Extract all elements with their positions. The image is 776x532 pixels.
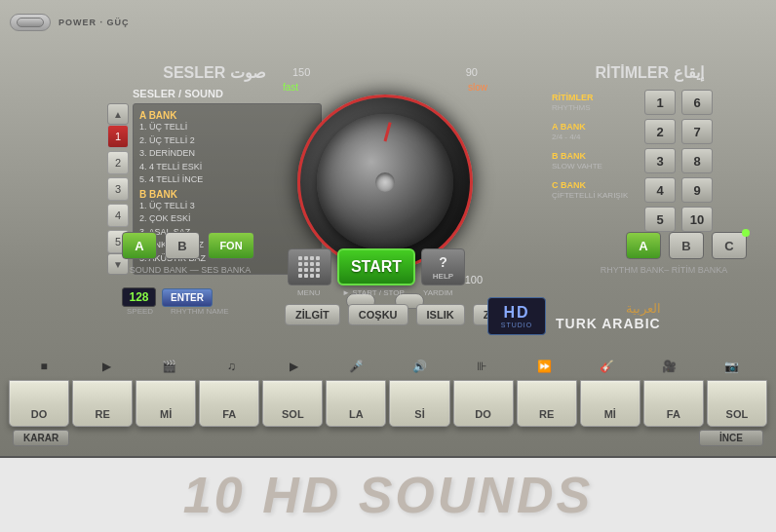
power-label: POWER · GÜÇ <box>58 18 130 27</box>
bank-a-button[interactable]: A <box>122 232 157 259</box>
stop-icon[interactable]: ■ <box>40 360 47 373</box>
key-re-2[interactable]: RE <box>517 380 577 427</box>
num-btn-2[interactable]: 2 <box>107 151 129 174</box>
rhythm-bank-row: A B C <box>626 232 747 259</box>
icon-slot-music: ♫ <box>201 357 263 376</box>
ritimler-section: RİTİMLER إيقاع RİTİMLER RHYTHMS A BANK 2… <box>552 63 747 232</box>
ritimler-row-2: 2 7 <box>644 119 713 144</box>
bank-b-button[interactable]: B <box>165 232 200 259</box>
ritimler-row-5: 5 10 <box>644 207 713 232</box>
key-la-1[interactable]: LA <box>326 380 386 427</box>
mic-icon[interactable]: 🎤 <box>349 360 364 373</box>
guitar-icon[interactable]: 🎸 <box>600 360 614 373</box>
play2-icon[interactable]: ▶ <box>290 360 298 373</box>
rhythm-name-label: RHYTHM NAME <box>171 307 229 316</box>
ritimler-empty <box>552 207 635 232</box>
main-knob[interactable] <box>297 95 473 270</box>
key-sol-1[interactable]: SOL <box>262 380 323 427</box>
hd-text: HD <box>503 304 529 322</box>
camera-icon[interactable]: 📷 <box>724 360 739 373</box>
help-button[interactable]: ? HELP <box>421 248 465 285</box>
icon-slot-video: 🎥 <box>639 357 701 376</box>
ritimler-a-bank: A BANK 2/4 - 4/4 <box>552 119 635 144</box>
icon-slot-guitar: 🎸 <box>576 357 639 376</box>
hd-badge: HD STUDIO <box>487 297 546 335</box>
key-re-1[interactable]: RE <box>72 380 133 427</box>
bottom-title: 10 HD SOUNDS <box>183 466 593 524</box>
num-btn-1[interactable]: 1 <box>107 125 129 148</box>
zilgit-btn[interactable]: ZİLGİT <box>285 304 340 325</box>
icon-slot-play2: ▶ <box>263 357 326 376</box>
rhythm-bank-c-button[interactable]: C <box>712 232 747 259</box>
ritimler-btn-7[interactable]: 7 <box>681 119 713 144</box>
num-btn-3[interactable]: 3 <box>107 177 129 201</box>
ritimler-btn-4[interactable]: 4 <box>644 177 676 203</box>
instrument-panel: POWER · GÜÇ SESLER صوت SESLER / SOUND ▲ … <box>0 0 776 458</box>
eq-icon[interactable]: ⊪ <box>477 360 486 373</box>
menu-grid-icon <box>298 256 321 279</box>
speed-area: 128 ENTER <box>122 287 213 307</box>
ritimler-rhythms: RİTİMLER RHYTHMS <box>552 90 635 115</box>
sound-bank-label: SOUND BANK — SES BANKA <box>122 265 258 275</box>
key-mi-2[interactable]: Mİ <box>580 380 640 427</box>
rhythm-bank-b-button[interactable]: B <box>669 232 704 259</box>
start-button[interactable]: START <box>337 248 415 285</box>
ritimler-btn-1[interactable]: 1 <box>644 90 676 115</box>
ritimler-btn-5[interactable]: 5 <box>644 207 676 232</box>
sound-bank-row: A B FON <box>122 232 254 259</box>
power-button[interactable] <box>10 14 51 31</box>
key-do-1[interactable]: DO <box>9 380 69 427</box>
key-mi-1[interactable]: Mİ <box>136 380 196 427</box>
slow-label: slow <box>468 82 487 93</box>
music-icon[interactable]: ♫ <box>227 360 236 373</box>
arabic-text: العربية <box>626 301 661 316</box>
ritimler-btn-10[interactable]: 10 <box>681 207 713 232</box>
video-icon[interactable]: 🎥 <box>662 360 677 373</box>
forward-icon[interactable]: ⏩ <box>537 360 552 373</box>
key-sol-2[interactable]: SOL <box>707 380 767 427</box>
start-stop-label: ► START / STOP <box>335 288 410 297</box>
play-icon[interactable]: ▶ <box>102 360 111 373</box>
help-icon: ? <box>439 254 447 270</box>
speaker-icon[interactable]: 🔊 <box>412 360 427 373</box>
ritimler-labels: RİTİMLER RHYTHMS A BANK 2/4 - 4/4 B BANK <box>552 90 635 232</box>
btn-labels-row: MENU ► START / STOP YARDIM <box>288 288 459 297</box>
key-do-2[interactable]: DO <box>453 380 514 427</box>
help-label: HELP <box>433 272 453 281</box>
piano-area: ■ ▶ 🎬 ♫ ▶ 🎤 🔊 <box>5 357 771 446</box>
ritimler-btn-2[interactable]: 2 <box>644 119 676 144</box>
enter-button[interactable]: ENTER <box>162 288 213 307</box>
key-fa-1[interactable]: FA <box>199 380 259 427</box>
icon-slot-film: 🎬 <box>137 357 200 376</box>
piano-icons-row: ■ ▶ 🎬 ♫ ▶ 🎤 🔊 <box>5 357 771 376</box>
bank-fon-button[interactable]: FON <box>208 232 254 259</box>
icon-slot-mic: 🎤 <box>326 357 388 376</box>
icon-slot-stop: ■ <box>13 357 75 376</box>
knob-center-dot <box>375 172 395 192</box>
ince-label: İNCE <box>699 430 763 446</box>
piano-keys-row: DO RE Mİ FA SOL LA Sİ DO RE Mİ FA SOL <box>5 380 771 427</box>
ritimler-numbers: 1 6 2 7 3 8 4 9 <box>644 90 713 232</box>
speed-display: 128 <box>122 287 156 307</box>
icon-slot-forward: ⏩ <box>513 357 575 376</box>
turk-arabic-label: TURK ARABIC <box>556 316 661 331</box>
key-si-1[interactable]: Sİ <box>389 380 449 427</box>
ritimler-title: RİTİMLER إيقاع <box>552 63 747 82</box>
islik-btn[interactable]: ISLIK <box>416 304 465 325</box>
ritimler-btn-9[interactable]: 9 <box>681 177 713 203</box>
scroll-up-btn[interactable]: ▲ <box>107 103 129 125</box>
ritimler-c-bank: C BANK ÇİFTETELLİ KARIŞIK <box>552 177 635 203</box>
knob-label-90: 90 <box>466 66 478 78</box>
ritimler-btn-3[interactable]: 3 <box>644 148 676 173</box>
ritimler-btn-8[interactable]: 8 <box>681 148 713 173</box>
film-icon[interactable]: 🎬 <box>162 360 176 373</box>
key-fa-2[interactable]: FA <box>643 380 704 427</box>
knob-inner <box>317 114 453 250</box>
rhythm-bank-a-button[interactable]: A <box>626 232 661 259</box>
num-btn-4[interactable]: 4 <box>107 204 129 227</box>
power-area: POWER · GÜÇ <box>10 14 130 31</box>
cosku-btn[interactable]: COŞKU <box>348 304 408 325</box>
ritimler-btn-6[interactable]: 6 <box>681 90 713 115</box>
menu-label: MENU <box>288 288 330 297</box>
menu-button[interactable] <box>288 248 331 285</box>
